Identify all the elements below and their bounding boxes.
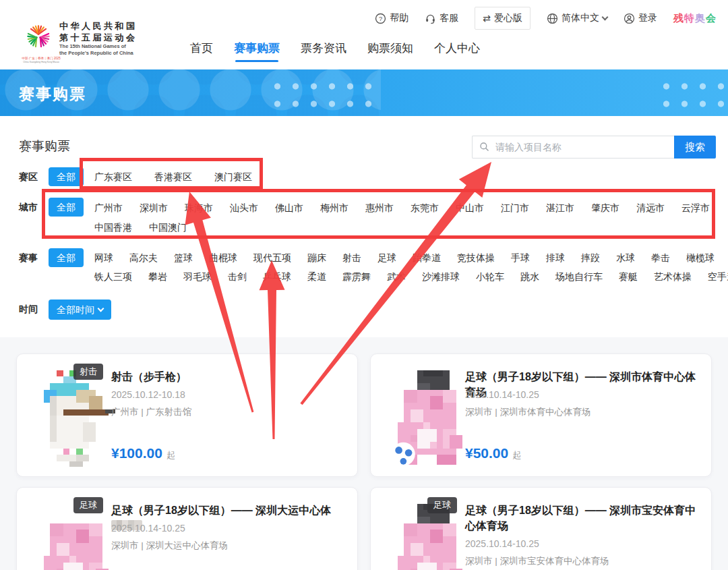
filter-chip[interactable]: 跳水: [520, 267, 539, 286]
filter-chip[interactable]: 蹦床: [307, 248, 326, 267]
chevron-down-icon: [98, 305, 104, 312]
filter-chip[interactable]: 珠海市: [185, 198, 213, 217]
filter-chip[interactable]: 攀岩: [148, 267, 167, 286]
filter-chip[interactable]: 摔跤: [581, 248, 600, 267]
search-input[interactable]: [472, 136, 674, 159]
filter-chip[interactable]: 中国香港: [94, 218, 132, 237]
filter-chip[interactable]: 广东赛区: [94, 167, 132, 186]
filter-chip[interactable]: 香港赛区: [154, 167, 192, 186]
page-banner: 赛事购票: [0, 69, 728, 116]
filter-label-time: 时间: [19, 300, 49, 318]
search-bar: 搜索: [472, 136, 716, 159]
filter-chip[interactable]: 武术: [387, 267, 406, 286]
filter-chip[interactable]: 射击: [342, 248, 361, 267]
filter-chip[interactable]: 橄榄球: [686, 248, 715, 267]
event-card-grid: 射击 射击（步手枪） 2025.10.12-10.18 广州市 | 广东射击馆 …: [0, 337, 728, 570]
city-chip-all[interactable]: 全部: [49, 198, 84, 217]
filter-chip[interactable]: 中国澳门: [149, 218, 187, 237]
filter-chip[interactable]: 汕头市: [230, 198, 258, 217]
filter-chip[interactable]: 手球: [511, 248, 530, 267]
sport-chip-list: 网球高尔夫篮球曲棍球现代五项蹦床射击足球跆拳道竞技体操手球排球摔跤水球拳击橄榄球…: [94, 248, 728, 286]
event-location: 深圳市 | 深圳市体育中心体育场: [465, 406, 591, 418]
filter-chip[interactable]: 高尔夫: [129, 248, 158, 267]
customer-service-link[interactable]: 客服: [425, 12, 458, 24]
nav-purchase-notice[interactable]: 购票须知: [367, 40, 413, 62]
event-date: 2025.10.14-10.25: [111, 523, 185, 534]
filter-chip[interactable]: 中山市: [456, 198, 484, 217]
filter-chip[interactable]: 拳击: [651, 248, 670, 267]
time-dropdown-button[interactable]: 全部时间: [49, 300, 111, 320]
accessible-version-label: 爱心版: [494, 12, 522, 24]
filter-chip[interactable]: 东莞市: [411, 198, 439, 217]
nav-ticket-purchase[interactable]: 赛事购票: [234, 40, 280, 62]
filter-chip[interactable]: 沙滩排球: [422, 267, 460, 286]
filter-chip[interactable]: 梅州市: [320, 198, 348, 217]
event-date: 2025.10.14-10.25: [465, 538, 539, 549]
filter-chip[interactable]: 云浮市: [681, 198, 710, 217]
filter-chip[interactable]: 广州市: [94, 198, 123, 217]
event-card[interactable]: 足球（男子18岁以下组）—— 深圳市体育中心体育场 2025.10.14-10.…: [370, 353, 712, 477]
filter-chip[interactable]: 跆拳道: [413, 248, 441, 267]
banner-dots-pattern: [268, 78, 380, 113]
filter-chip[interactable]: 羽毛球: [183, 267, 212, 286]
filter-chip[interactable]: 现代五项: [253, 248, 291, 267]
filter-chip[interactable]: 小轮车: [476, 267, 504, 286]
games-flower-icon: [24, 21, 53, 53]
search-button[interactable]: 搜索: [674, 136, 716, 159]
filter-chip[interactable]: 惠州市: [365, 198, 394, 217]
region-chip-all[interactable]: 全部: [49, 167, 84, 186]
filter-chip[interactable]: 场地自行车: [555, 267, 603, 286]
nav-home[interactable]: 首页: [190, 40, 213, 62]
svg-text:?: ?: [379, 15, 382, 22]
page-title: 赛事购票: [19, 138, 70, 155]
main-nav: 首页 赛事购票 票务资讯 购票须知 个人中心: [190, 40, 480, 62]
event-mascot-image: [37, 368, 115, 470]
event-card[interactable]: 射击 射击（步手枪） 2025.10.12-10.18 广州市 | 广东射击馆 …: [16, 353, 358, 477]
filter-chip[interactable]: 艺术体操: [654, 267, 692, 286]
filter-chip[interactable]: 霹雳舞: [342, 267, 371, 286]
sport-chip-all[interactable]: 全部: [49, 248, 84, 267]
logo-subtext: 中国·广东｜香港｜澳门 2025 China Guangdong·Hong Ko…: [15, 56, 67, 63]
login-label: 登录: [638, 12, 657, 24]
filter-chip[interactable]: 击剑: [228, 267, 247, 286]
event-card[interactable]: 足球 足球（男子18岁以下组）—— 深圳市宝安体育中心体育场 2025.10.1…: [370, 487, 712, 570]
filter-chip[interactable]: 清远市: [636, 198, 665, 217]
banner-dots-pattern: [657, 78, 725, 113]
filter-chip[interactable]: 澳门赛区: [214, 167, 252, 186]
nav-ticket-news[interactable]: 票务资讯: [301, 40, 346, 62]
filter-chip[interactable]: 竞技体操: [457, 248, 495, 267]
para-games-link[interactable]: 残特奥会: [673, 12, 717, 25]
chevron-down-icon: [602, 13, 609, 20]
nav-personal-center[interactable]: 个人中心: [434, 40, 480, 62]
search-icon: [479, 142, 489, 152]
filter-chip[interactable]: 柔道: [307, 267, 326, 286]
filter-chip[interactable]: 空手道: [708, 267, 728, 286]
customer-service-label: 客服: [439, 12, 458, 24]
filter-label-city: 城市: [19, 198, 49, 217]
filter-chip[interactable]: 湛江市: [546, 198, 574, 217]
filter-chip[interactable]: 水球: [616, 248, 635, 267]
filter-chip[interactable]: 江门市: [501, 198, 529, 217]
globe-icon: [547, 13, 558, 24]
help-link[interactable]: ? 帮助: [375, 12, 408, 24]
filter-chip[interactable]: 网球: [94, 248, 113, 267]
login-link[interactable]: 登录: [624, 12, 657, 24]
filter-chip[interactable]: 铁人三项: [94, 267, 132, 286]
filter-row-city: 城市 全部 广州市深圳市珠海市汕头市佛山市梅州市惠州市东莞市中山市江门市湛江市肇…: [19, 198, 721, 237]
region-chip-list: 广东赛区香港赛区澳门赛区: [94, 167, 252, 186]
filter-chip[interactable]: 排球: [546, 248, 565, 267]
filter-chip[interactable]: 篮球: [174, 248, 193, 267]
filter-chip[interactable]: 乒乓球: [263, 267, 291, 286]
filter-chip[interactable]: 佛山市: [275, 198, 303, 217]
price-suffix: 起: [166, 449, 175, 461]
topbar: ? 帮助 客服 ⇄ 爱心版 简体中文 登录: [375, 7, 717, 30]
accessible-version-button[interactable]: ⇄ 爱心版: [475, 7, 530, 30]
language-selector[interactable]: 简体中文: [547, 12, 607, 24]
filter-chip[interactable]: 足球: [377, 248, 396, 267]
filter-chip[interactable]: 肇庆市: [591, 198, 619, 217]
event-card[interactable]: 足球 足球（男子18岁以下组）—— 深圳大运中心体 2025.10.14-10.…: [16, 487, 358, 570]
filter-chip[interactable]: 赛艇: [619, 267, 638, 286]
filter-chip[interactable]: 曲棍球: [209, 248, 237, 267]
filter-chip[interactable]: 深圳市: [140, 198, 168, 217]
filter-label-region: 赛区: [19, 167, 49, 186]
